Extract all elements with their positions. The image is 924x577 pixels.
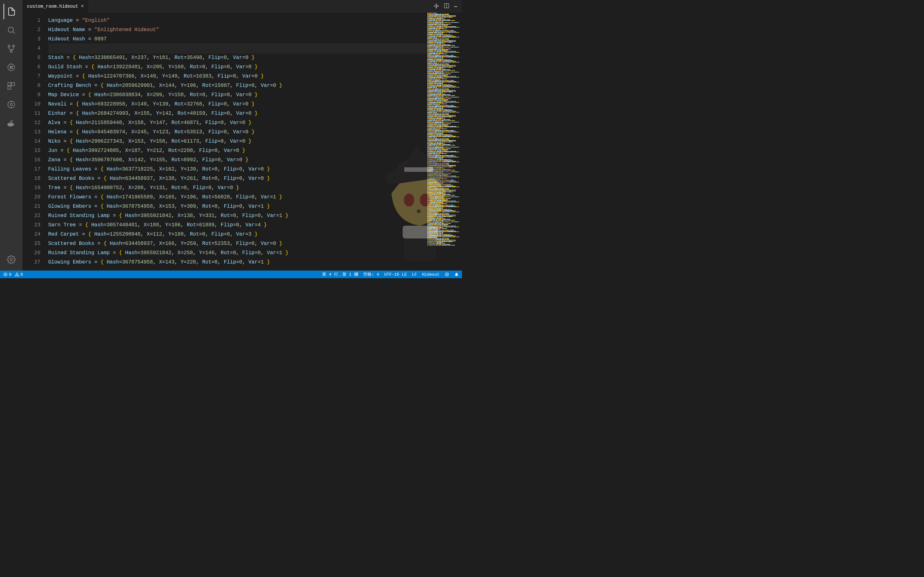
svg-point-38 (447, 274, 447, 274)
svg-point-3 (13, 45, 15, 47)
svg-point-4 (10, 50, 12, 52)
svg-line-1 (13, 32, 15, 34)
svg-point-0 (8, 27, 13, 32)
notifications-icon[interactable] (454, 272, 459, 277)
tab-custom-room[interactable]: custom_room.hideout × (23, 0, 89, 13)
status-eol[interactable]: LF (412, 272, 417, 277)
explorer-icon[interactable] (3, 4, 19, 19)
activity-bar (0, 0, 23, 271)
tab-filename: custom_room.hideout (27, 4, 78, 9)
svg-point-2 (8, 45, 10, 47)
status-cursor-position[interactable]: 第 4 行，第 1 欄 (322, 271, 358, 277)
status-language-mode[interactable]: Hideout (422, 272, 439, 277)
status-warnings[interactable]: 0 (15, 272, 23, 277)
line-number-gutter: 1234567891011121314151617181920212223242… (23, 13, 48, 271)
svg-rect-7 (8, 83, 11, 85)
svg-point-36 (445, 273, 449, 276)
close-icon[interactable]: × (81, 3, 84, 9)
extensions-icon[interactable] (3, 78, 19, 93)
svg-point-11 (10, 103, 13, 106)
split-editor-icon[interactable] (444, 3, 449, 10)
source-control-icon[interactable] (3, 41, 19, 56)
gitlens-icon[interactable] (3, 97, 19, 112)
settings-icon[interactable] (3, 252, 19, 268)
more-icon[interactable]: ⋯ (454, 3, 457, 10)
status-encoding[interactable]: UTF-16 LE (384, 272, 407, 277)
gitlens-compare-icon[interactable] (433, 3, 439, 10)
svg-rect-17 (11, 120, 13, 121)
svg-point-18 (10, 259, 13, 261)
code-content[interactable]: Language = "English"Hideout Name = "Enli… (48, 13, 462, 271)
status-indentation[interactable]: 空格: 4 (363, 271, 379, 277)
svg-rect-8 (11, 83, 15, 85)
editor[interactable]: 1234567891011121314151617181920212223242… (23, 13, 462, 271)
svg-rect-9 (8, 86, 11, 89)
svg-rect-15 (10, 121, 11, 123)
docker-icon[interactable] (3, 115, 19, 131)
debug-icon[interactable] (3, 60, 19, 75)
minimap[interactable] (427, 13, 462, 271)
search-icon[interactable] (3, 23, 19, 38)
tab-bar: custom_room.hideout × ⋯ (23, 0, 462, 13)
svg-point-37 (446, 274, 447, 274)
svg-rect-16 (11, 121, 13, 123)
feedback-icon[interactable] (445, 272, 449, 277)
status-errors[interactable]: 0 (3, 272, 11, 277)
status-bar: 0 0 第 4 行，第 1 欄 空格: 4 UTF-16 LE LF Hideo… (0, 271, 462, 278)
